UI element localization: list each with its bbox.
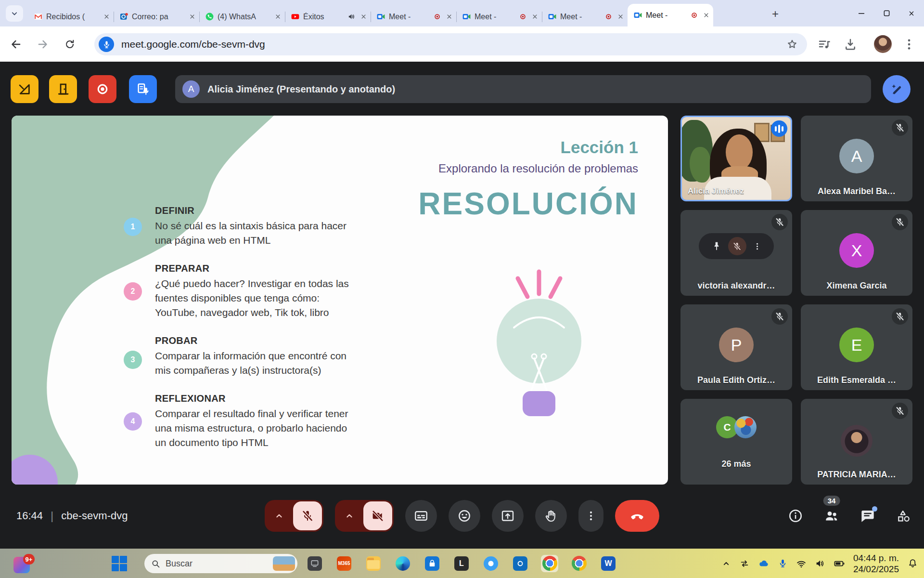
tab-close-icon[interactable] [359,13,368,21]
speaking-indicator-icon [771,120,787,137]
taskbar-app-store[interactable] [424,555,441,572]
step-heading: PREPARAR [155,263,355,274]
taskbar-app-taskview[interactable] [306,555,323,572]
new-tab-button[interactable]: + [768,7,783,21]
mic-toggle-button[interactable] [293,501,322,530]
tab-audio-icon[interactable] [347,13,356,21]
extension-transcription-button[interactable] [129,75,157,103]
back-button[interactable] [6,34,26,54]
participant-tile-edith[interactable]: E Edith Esmeralda … [801,304,912,390]
wifi-icon[interactable] [796,558,807,569]
participant-tile-overflow[interactable]: C 26 más [680,399,792,485]
tab-label: Meet - [560,13,601,21]
system-tray: 04:44 p. m. 24/02/2025 [721,549,918,578]
extension-door-button[interactable] [49,75,77,103]
lightbulb-illustration [487,260,603,438]
mic-button-group[interactable] [265,500,323,532]
taskbar-app-lens[interactable] [482,555,500,572]
mic-muted-icon [771,214,788,230]
mic-options-chevron-icon[interactable] [268,500,291,532]
site-mic-permission-icon[interactable] [99,37,114,52]
camera-button-group[interactable] [335,500,394,532]
start-button[interactable] [112,556,127,571]
participant-tile-alexa[interactable]: A Alexa Maribel Ba… [801,116,912,201]
tab-close-icon[interactable] [702,11,710,20]
taskbar-search[interactable]: Buscar [144,554,297,573]
taskbar-app-chrome-active[interactable] [541,555,558,572]
tab-meet-active[interactable]: Meet - [628,4,713,26]
taskbar-app-chrome-2[interactable] [570,555,588,572]
tab-close-icon[interactable] [188,13,196,21]
url-bar[interactable]: meet.google.com/cbe-sevm-dvg [94,33,807,55]
tab-gmail[interactable]: Recibidos ( [28,7,114,26]
taskbar-app-l[interactable]: L [453,555,470,572]
tab-close-icon[interactable] [273,13,282,21]
tab-meet-1[interactable]: Meet - [371,7,456,26]
downloads-icon[interactable] [843,37,858,52]
camera-options-chevron-icon[interactable] [338,500,361,532]
activities-button[interactable] [896,508,911,524]
battery-icon[interactable] [834,558,845,569]
reload-button[interactable] [60,34,80,54]
volume-icon[interactable] [815,558,825,569]
browser-profile-avatar[interactable] [874,35,892,53]
window-minimize-button[interactable] [849,0,874,26]
taskbar-app-word[interactable]: W [600,555,617,572]
annotation-pen-button[interactable] [883,75,911,103]
taskbar-app-m365[interactable]: M365 [335,555,353,572]
taskbar-clock[interactable]: 04:44 p. m. 24/02/2025 [853,552,899,575]
presenter-banner[interactable]: A Alicia Jiménez (Presentando y anotando… [175,75,871,103]
participant-tile-alicia[interactable]: Alicia Jiménez [680,116,792,201]
tray-chevron-up-icon[interactable] [721,559,731,568]
tab-search-button[interactable] [6,5,23,22]
browser-menu-icon[interactable] [902,37,916,52]
tab-close-icon[interactable] [102,13,111,21]
participant-tile-ximena[interactable]: X Ximena Garcia [801,210,912,296]
extension-drawing-tool-button[interactable] [11,75,38,103]
end-call-button[interactable] [615,500,659,532]
taskbar-app-edge[interactable] [394,555,411,572]
tray-sync-icon[interactable] [739,558,750,569]
captions-button[interactable] [405,500,437,532]
meeting-details-button[interactable] [788,508,803,524]
tab-close-icon[interactable] [616,13,625,21]
call-controls [265,500,659,532]
bookmark-star-icon[interactable] [786,38,798,51]
tab-close-icon[interactable] [530,13,539,21]
tab-outlook[interactable]: Correo: pa [114,7,199,26]
taskbar-app-outlook[interactable] [512,555,529,572]
onedrive-icon[interactable] [758,558,770,569]
browser-tab-strip: Recibidos ( Correo: pa (4) WhatsA Éxitos [0,0,924,26]
forward-button[interactable] [33,34,53,54]
chat-panel-button[interactable] [860,508,875,524]
present-screen-button[interactable] [492,500,524,532]
taskbar-app-explorer[interactable] [365,555,382,572]
camera-toggle-button[interactable] [363,501,392,530]
raise-hand-button[interactable] [535,500,567,532]
meeting-info: 16:44 | cbe-sevm-dvg [16,500,128,532]
more-options-button[interactable] [578,500,603,532]
media-controls-icon[interactable] [817,37,832,52]
tab-meet-3[interactable]: Meet - [542,7,628,26]
tab-whatsapp[interactable]: (4) WhatsA [199,7,285,26]
people-panel-button[interactable]: 34 [824,508,839,524]
participant-tile-victoria[interactable]: victoria alexandr… [680,210,792,296]
tile-menu-icon[interactable] [753,242,762,251]
url-text[interactable]: meet.google.com/cbe-sevm-dvg [121,39,786,50]
pin-icon[interactable] [711,241,722,251]
search-highlight-thumbnail[interactable] [273,556,295,571]
notifications-bell-icon[interactable] [907,558,918,569]
window-close-button[interactable] [899,0,924,26]
mic-in-use-icon[interactable] [778,558,788,568]
participant-tile-paula[interactable]: P Paula Edith Ortiz… [680,304,792,390]
presentation-slide: Lección 1 Explorando la resolución de pr… [12,116,668,485]
tab-youtube[interactable]: Éxitos [285,7,371,26]
mute-participant-button[interactable] [728,237,746,255]
tab-close-icon[interactable] [445,13,453,21]
reactions-button[interactable] [449,500,480,532]
participant-tile-patricia[interactable]: PATRICIA MARIA… [801,399,912,485]
tab-meet-2[interactable]: Meet - [456,7,542,26]
recording-indicator-icon [604,13,613,21]
window-maximize-button[interactable] [874,0,899,26]
extension-recorder-button[interactable] [89,75,116,103]
